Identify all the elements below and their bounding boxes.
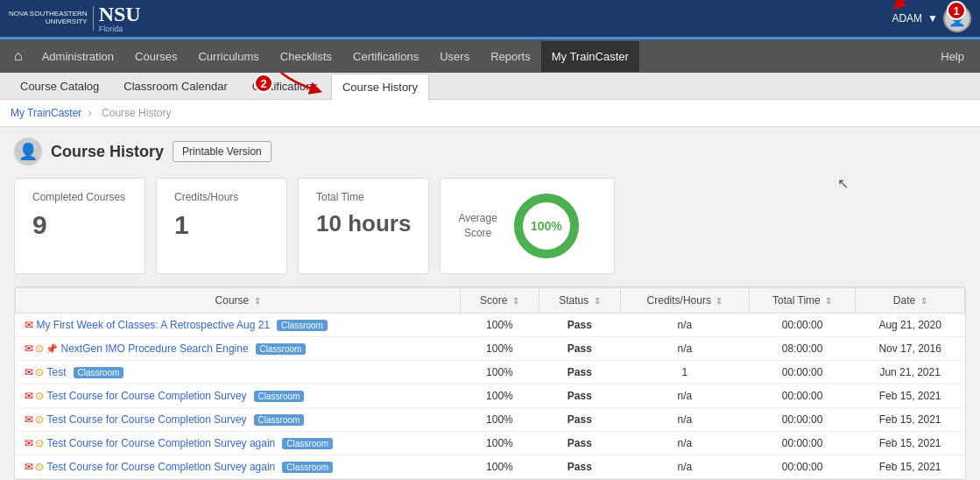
breadcrumb-home[interactable]: My TrainCaster [11,107,81,119]
course-name-link[interactable]: Test [47,366,67,378]
average-score-card: AverageScore 100% [440,178,615,274]
row-score-cell: 100% [461,432,539,455]
row-score-cell: 100% [461,337,539,361]
th-date[interactable]: Date ⇕ [856,288,965,314]
classroom-tag: Classroom [282,438,333,449]
email-icon[interactable]: ✉ [25,461,33,473]
row-score-cell: 100% [461,361,539,385]
page-title: Course History [51,143,164,161]
classroom-tag: Classroom [277,320,328,331]
circle-icon[interactable]: ⊙ [35,413,44,426]
email-icon[interactable]: ✉ [25,437,33,449]
row-course-cell: ✉⊙📌NextGen IMO Procedure Search EngineCl… [16,337,461,361]
row-date-cell: Feb 15, 2021 [856,432,965,455]
row-course-cell: ✉⊙Test Course for Course Completion Surv… [16,385,461,408]
th-course[interactable]: Course ⇕ [16,288,461,314]
row-date-cell: Feb 15, 2021 [856,408,965,432]
nav-bar: ⌂ Administration Courses Curriculums Che… [0,39,980,73]
email-icon[interactable]: ✉ [25,342,33,355]
th-score-sort[interactable]: ⇕ [512,296,519,306]
th-status-sort[interactable]: ⇕ [594,296,601,306]
breadcrumb-separator: › [88,107,95,119]
nav-users[interactable]: Users [429,41,480,72]
row-date-cell: Feb 15, 2021 [856,455,965,479]
th-date-label: Date [893,294,915,307]
table-row: ✉⊙📌NextGen IMO Procedure Search EngineCl… [16,337,965,361]
sub-nav-classroom-calendar[interactable]: Classroom Calendar [112,73,239,99]
th-status[interactable]: Status ⇕ [539,288,620,314]
row-status-cell: Pass [539,408,620,432]
table-wrapper: Course ⇕ Score ⇕ Status ⇕ [14,286,966,480]
row-score-cell: 100% [461,314,539,337]
row-time-cell: 00:00:00 [749,385,855,408]
row-course-cell: ✉⊙Test Course for Course Completion Surv… [16,408,461,432]
row-score-cell: 100% [461,408,539,432]
circle-icon[interactable]: ⊙ [35,461,44,473]
table-scroll-area[interactable]: Course ⇕ Score ⇕ Status ⇕ [15,287,965,479]
total-time-card: Total Time 10 hours [298,178,429,274]
row-date-cell: Jun 21, 2021 [856,361,965,385]
nav-help[interactable]: Help [930,41,975,72]
classroom-tag: Classroom [282,462,333,473]
top-bar: NOVA SOUTHEASTERN UNIVERSITY NSU Florida… [0,0,980,39]
th-score-label: Score [480,294,507,307]
row-credits-cell: 1 [621,361,750,385]
course-name-link[interactable]: Test Course for Course Completion Survey… [47,437,276,449]
course-history-icon: 👤 [14,138,42,166]
nav-certifications[interactable]: Certifications [342,41,429,72]
email-icon[interactable]: ✉ [25,413,33,426]
total-time-label: Total Time [316,191,411,203]
callout-badge-2: 2 [254,74,273,93]
course-name-link[interactable]: My First Week of Classes: A Retrospectiv… [37,319,271,331]
email-icon[interactable]: ✉ [25,319,33,331]
print-button[interactable]: Printable Version [173,141,271,162]
th-course-label: Course [215,294,250,307]
th-credits-sort[interactable]: ⇕ [716,296,723,306]
average-score-label: AverageScore [458,211,497,241]
breadcrumb-current: Course History [102,107,171,119]
th-total-time-sort[interactable]: ⇕ [825,296,832,306]
stats-row: Completed Courses 9 Credits/Hours 1 Tota… [14,178,966,274]
row-status-cell: Pass [539,432,620,455]
th-credits[interactable]: Credits/Hours ⇕ [621,288,750,314]
row-credits-cell: n/a [621,314,750,337]
table-row: ✉⊙Test Course for Course Completion Surv… [16,385,965,408]
callout-2-container: 2 [254,66,329,101]
circle-icon[interactable]: ⊙ [35,342,44,355]
course-name-link[interactable]: NextGen IMO Procedure Search Engine [61,342,249,355]
table-row: ✉⊙Test Course for Course Completion Surv… [16,432,965,455]
row-course-cell: ✉⊙Test Course for Course Completion Surv… [16,432,461,455]
row-status-cell: Pass [539,361,620,385]
row-score-cell: 100% [461,385,539,408]
row-course-cell: ✉⊙Test Course for Course Completion Surv… [16,455,461,479]
completed-courses-value: 9 [32,210,127,240]
nav-courses[interactable]: Courses [124,41,187,72]
nsu-logo: NSU [99,4,141,25]
circle-icon[interactable]: ⊙ [35,390,44,402]
nav-administration[interactable]: Administration [32,41,124,72]
university-logo: NOVA SOUTHEASTERN UNIVERSITY NSU Florida [9,4,141,33]
email-icon[interactable]: ✉ [25,366,33,378]
email-icon[interactable]: ✉ [25,390,33,402]
th-date-sort[interactable]: ⇕ [920,296,927,306]
course-name-link[interactable]: Test Course for Course Completion Survey [47,390,247,402]
circle-icon[interactable]: ⊙ [35,366,44,378]
course-name-link[interactable]: Test Course for Course Completion Survey… [47,461,276,473]
sub-nav-course-catalog[interactable]: Course Catalog [9,73,110,99]
nav-reports[interactable]: Reports [480,41,541,72]
row-time-cell: 00:00:00 [749,314,855,337]
th-score[interactable]: Score ⇕ [461,288,539,314]
circle-icon[interactable]: ⊙ [35,437,44,449]
sub-nav-course-history[interactable]: Course History [331,74,429,100]
row-time-cell: 00:00:00 [749,432,855,455]
home-nav-item[interactable]: ⌂ [5,39,32,73]
course-name-link[interactable]: Test Course for Course Completion Survey [47,413,247,426]
th-course-sort[interactable]: ⇕ [254,296,261,306]
row-time-cell: 00:00:00 [749,455,855,479]
th-total-time[interactable]: Total Time ⇕ [749,288,855,314]
row-time-cell: 00:00:00 [749,361,855,385]
th-status-label: Status [559,294,589,307]
nav-mytraincaster[interactable]: My TrainCaster [541,41,639,72]
row-status-cell: Pass [539,455,620,479]
row-credits-cell: n/a [621,337,750,361]
